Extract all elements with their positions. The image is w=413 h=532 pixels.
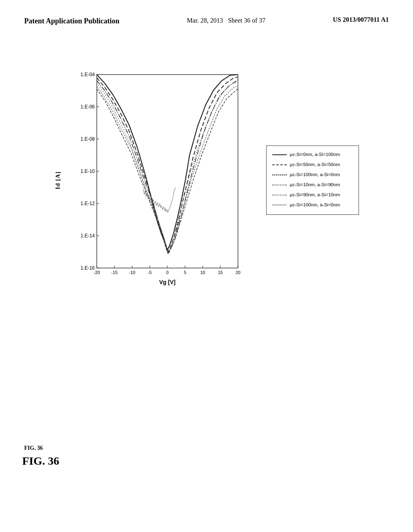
legend-line-solid-thin — [272, 175, 287, 175]
legend-label-2: μc-Si=50nm, a-Si=50nm — [290, 160, 340, 169]
svg-text:Vg [V]: Vg [V] — [159, 279, 175, 285]
legend-item-2: μc-Si=50nm, a-Si=50nm — [272, 160, 353, 169]
figure-container: Id [A] 1.E-04 1.E-06 1.E-08 — [0, 66, 413, 294]
figure-label-large: FIG. 36 — [22, 455, 59, 468]
legend-line-solid-2 — [272, 205, 287, 206]
svg-text:5: 5 — [184, 270, 186, 275]
legend-item-1: μc-Si=0nm, a-Si=100nm — [272, 150, 353, 159]
svg-text:1.E-12: 1.E-12 — [80, 201, 95, 206]
legend-line-dashed — [272, 164, 287, 165]
svg-text:20: 20 — [235, 270, 240, 275]
legend-line-dotted — [272, 195, 287, 195]
svg-text:-15: -15 — [111, 270, 117, 275]
legend-item-5: μc-Si=90nm, a-Si=10nm — [272, 190, 353, 200]
svg-text:1.E-08: 1.E-08 — [80, 136, 95, 142]
y-axis-label: Id [A] — [54, 171, 61, 189]
legend-item-6: μc-Si=100nm, a-Si=0nm — [272, 200, 353, 210]
svg-text:-5: -5 — [148, 270, 152, 275]
legend-label-5: μc-Si=90nm, a-Si=10nm — [290, 190, 340, 200]
main-chart-svg: 1.E-04 1.E-06 1.E-08 1.E-10 1.E-12 1.E-1 — [65, 66, 258, 292]
publication-date: Mar. 28, 2013 — [187, 17, 223, 24]
publication-title: Patent Application Publication — [24, 16, 119, 26]
svg-text:15: 15 — [218, 270, 223, 275]
svg-text:1.E-16: 1.E-16 — [80, 265, 95, 271]
legend-line-solid — [272, 154, 287, 155]
legend-line-dotdash — [272, 185, 287, 185]
svg-text:1.E-10: 1.E-10 — [80, 168, 95, 174]
svg-text:1.E-04: 1.E-04 — [80, 72, 95, 77]
svg-text:1.E-14: 1.E-14 — [80, 233, 95, 239]
page-header: Patent Application Publication Mar. 28, … — [0, 0, 413, 34]
svg-text:1.E-06: 1.E-06 — [80, 104, 95, 110]
legend-label-3: μc-Si=100nm, a-Si=0nm — [290, 170, 340, 179]
svg-text:-20: -20 — [94, 270, 100, 275]
legend-item-4: μc-Si=10nm, a-Si=90nm — [272, 180, 353, 189]
chart-svg: 1.E-04 1.E-06 1.E-08 1.E-10 1.E-12 1.E-1 — [65, 66, 258, 294]
figure-label-container: FIG. 36 — [24, 445, 43, 451]
svg-text:10: 10 — [200, 270, 205, 275]
legend-label-4: μc-Si=10nm, a-Si=90nm — [290, 180, 340, 189]
chart-wrapper: Id [A] 1.E-04 1.E-06 1.E-08 — [54, 66, 258, 294]
legend-label-1: μc-Si=0nm, a-Si=100nm — [290, 150, 340, 159]
chart-legend: μc-Si=0nm, a-Si=100nm μc-Si=50nm, a-Si=5… — [266, 145, 359, 215]
publication-date-sheet: Mar. 28, 2013 Sheet 36 of 37 — [187, 16, 265, 25]
legend-label-6: μc-Si=100nm, a-Si=0nm — [290, 200, 340, 210]
patent-number: US 2013/0077011 A1 — [333, 16, 389, 23]
fig-label-line1: FIG. 36 — [24, 445, 43, 451]
sheet-info: Sheet 36 of 37 — [228, 17, 265, 24]
svg-text:0: 0 — [166, 270, 168, 275]
chart-and-legend: Id [A] 1.E-04 1.E-06 1.E-08 — [54, 66, 359, 294]
legend-item-3: μc-Si=100nm, a-Si=0nm — [272, 170, 353, 179]
svg-text:-10: -10 — [129, 270, 135, 275]
fig-36-label: FIG. 36 — [22, 455, 59, 468]
